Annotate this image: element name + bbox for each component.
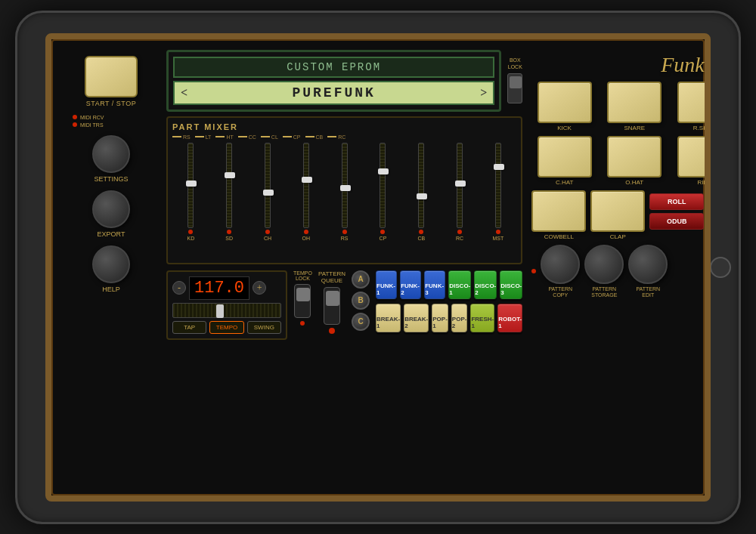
start-stop-group: START / STOP (85, 56, 138, 107)
fader-track-ch[interactable] (265, 143, 271, 228)
home-button[interactable] (710, 257, 731, 278)
pad-cell-snare: SNARE (602, 82, 668, 131)
fader-handle-mst[interactable] (494, 164, 504, 170)
pattern-storage-button[interactable] (584, 245, 624, 284)
pattern-edit-group: PATTERNEDIT (628, 245, 668, 299)
settings-button[interactable] (92, 135, 130, 173)
pad-cowbell[interactable] (531, 190, 586, 232)
fader-handle-oh[interactable] (302, 177, 312, 183)
pattern-queue: PATTERNQUEUE (318, 270, 345, 334)
tempo-button[interactable]: TEMPO (209, 321, 243, 334)
tap-button[interactable]: TAP (172, 321, 206, 334)
channel-label-rc: RC (456, 236, 463, 241)
pad-rshot-label: R.SHOT (693, 125, 711, 131)
abc-button-c[interactable]: C (352, 313, 370, 331)
tempo-display: - 117.0 + (172, 276, 281, 300)
fader-handle-cp[interactable] (378, 168, 389, 174)
fader-track-sd[interactable] (226, 143, 232, 228)
pattern-edit-button[interactable] (628, 245, 668, 284)
roll-button[interactable]: ROLL (649, 193, 704, 210)
bank-btn-break-2[interactable]: BREAK-2 (404, 304, 429, 332)
pattern-edit-label: PATTERNEDIT (636, 286, 660, 299)
start-stop-button[interactable] (85, 56, 138, 97)
pad-ride[interactable] (677, 136, 711, 177)
eprom-top: CUSTOM EPROM (173, 57, 494, 78)
bank-btn-fresh-1[interactable]: FRESH-1 (470, 304, 494, 332)
eprom-arrow-left[interactable]: < (181, 86, 187, 100)
device-screen: START / STOP MIDI RCV MIDI TRS SETTINGS (45, 33, 711, 502)
tempo-plus-button[interactable]: + (253, 281, 266, 295)
tempo-lock-label: TEMPOLOCK (293, 270, 312, 281)
bank-btn-funk-3[interactable]: FUNK-3 (424, 270, 445, 299)
channel-label-sd: SD (225, 236, 233, 241)
pattern-queue-switch[interactable] (324, 287, 340, 325)
pad-cell-kick: KICK (531, 82, 597, 131)
fader-track-kd[interactable] (187, 143, 194, 228)
bank-btn-disco-2[interactable]: DISCO-2 (474, 270, 497, 299)
export-button[interactable] (92, 190, 130, 228)
help-button[interactable] (92, 245, 130, 283)
swing-button[interactable]: SWING (247, 321, 281, 334)
channel-label-oh: OH (302, 236, 311, 241)
pad-clap[interactable] (590, 190, 645, 232)
box-lock-label: BOXLOCK (508, 57, 522, 70)
eprom-bottom: < PUREFUNK > (173, 81, 494, 105)
pad-rshot[interactable] (677, 82, 711, 123)
channel-label-kd: KD (187, 236, 195, 241)
midi-trs-led (73, 122, 77, 127)
pad-snare[interactable] (607, 82, 662, 123)
pattern-copy-button[interactable] (541, 245, 580, 284)
start-stop-label: START / STOP (86, 100, 136, 107)
midi-trs-row: MIDI TRS (73, 122, 104, 128)
bank-btn-break-1[interactable]: BREAK-1 (376, 304, 401, 332)
channel-label-ch: CH (264, 236, 271, 241)
fader-track-oh[interactable] (303, 143, 309, 228)
part-mixer: PART MIXER RS LT HT CC CL CP CB RC KDSDC… (166, 116, 522, 264)
pad-ohat-label: O.HAT (625, 179, 643, 186)
fader-handle-sd[interactable] (225, 172, 235, 178)
tempo-slider-handle[interactable] (216, 304, 224, 318)
tempo-minus-button[interactable]: - (172, 281, 186, 295)
fader-handle-cb[interactable] (417, 193, 427, 199)
tempo-slider[interactable] (172, 303, 281, 318)
tempo-lock-knob (296, 288, 310, 301)
fader-track-cb[interactable] (418, 143, 424, 228)
roll-label: ROLL (668, 198, 686, 205)
bank-btn-robot-1[interactable]: ROBOT-1 (497, 304, 522, 332)
fader-handle-rs[interactable] (340, 185, 351, 191)
fader-track-rc[interactable] (457, 143, 463, 228)
bank-btn-disco-1[interactable]: DISCO-1 (448, 270, 471, 299)
abc-button-a[interactable]: A (352, 270, 370, 289)
abc-buttons: A B C (352, 270, 370, 331)
abc-button-b[interactable]: B (352, 292, 370, 310)
tempo-lock-switch[interactable] (294, 284, 311, 318)
pad-ohat[interactable] (607, 136, 662, 177)
fader-handle-ch[interactable] (263, 190, 274, 196)
bank-btn-funk-1[interactable]: FUNK-1 (376, 270, 397, 299)
fader-track-mst[interactable] (495, 143, 501, 228)
pad-cowbell-label: COWBELL (544, 233, 574, 240)
odub-button[interactable]: ODUB (649, 213, 704, 230)
bank-btn-pop-2[interactable]: POP-2 (451, 304, 468, 332)
box-lock-switch[interactable] (507, 73, 522, 103)
fader-track-rs[interactable] (342, 143, 348, 228)
bank-btn-funk-2[interactable]: FUNK-2 (400, 270, 421, 299)
tempo-lock-led (300, 321, 305, 326)
fader-handle-kd[interactable] (186, 181, 197, 187)
eprom-arrow-right[interactable]: > (480, 86, 487, 100)
bank-btn-pop-1[interactable]: POP-1 (432, 304, 448, 332)
pad-kick[interactable] (538, 82, 592, 123)
bank-btn-disco-3[interactable]: DISCO-3 (500, 270, 522, 299)
help-label: HELP (102, 286, 120, 293)
right-panel: FunkBox KICK SNARE R.SHOT (528, 50, 711, 485)
pattern-copy-label: PATTERNCOPY (548, 286, 572, 299)
pad-cell-ride: RIDE (672, 136, 711, 186)
tempo-buttons: TAP TEMPO SWING (172, 321, 281, 334)
export-group: EXPORT (92, 190, 130, 238)
pattern-queue-led (329, 328, 335, 334)
midi-rcv-row: MIDI RCV (73, 115, 104, 120)
fader-handle-rc[interactable] (455, 181, 466, 187)
fader-track-cp[interactable] (380, 143, 386, 228)
mixer-channel-rc: RC (442, 143, 479, 241)
pad-chat[interactable] (538, 136, 592, 177)
